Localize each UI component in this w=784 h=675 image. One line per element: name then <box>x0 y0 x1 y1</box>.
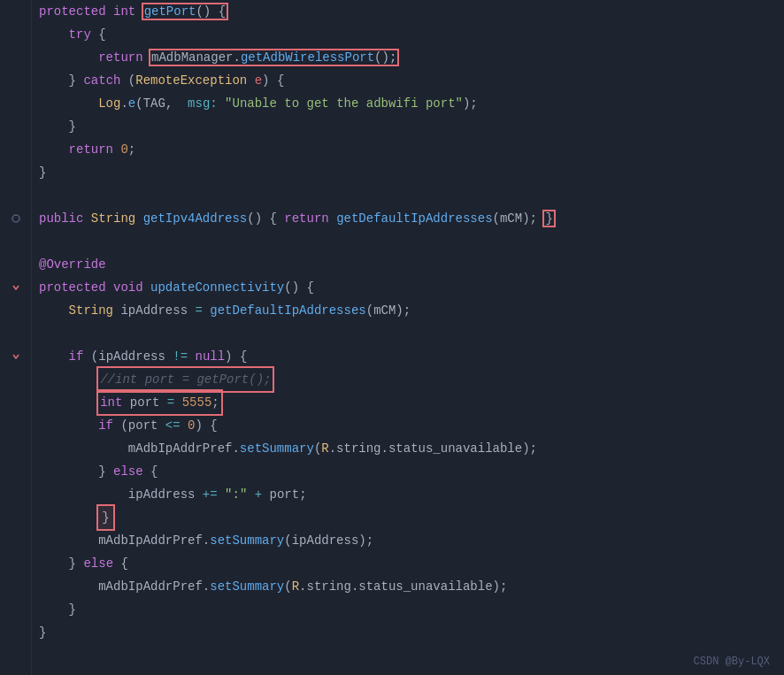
gutter-icon-11 <box>0 230 32 253</box>
gutter <box>0 0 32 675</box>
gutter-icon-1 <box>0 0 32 23</box>
gutter-icon-20 <box>0 437 32 460</box>
code-line-22: ipAddress += ":" + port; <box>32 483 784 506</box>
code-line-20: mAdbIpAddrPref.setSummary(R.string.statu… <box>32 437 784 460</box>
gutter-icon-24 <box>0 529 32 552</box>
code-line-10: public String getIpv4Address() { return … <box>32 207 784 230</box>
line-content-9 <box>32 184 784 207</box>
line-content-28: } <box>32 621 784 644</box>
line-content-14: String ipAddress = getDefaultIpAddresses… <box>32 299 784 322</box>
code-line-11 <box>32 230 784 253</box>
gutter-icon-16 <box>0 345 32 368</box>
code-container: protected int getPort() { try { return m… <box>0 0 784 675</box>
line-content-6: } <box>32 115 784 138</box>
line-content-8: } <box>32 161 784 184</box>
code-line-21: } else { <box>32 460 784 483</box>
gutter-icon-22 <box>0 483 32 506</box>
line-content-3: return mAdbManager.getAdbWirelessPort(); <box>32 46 784 69</box>
gutter-icon-17 <box>0 368 32 391</box>
code-line-23: } <box>32 506 784 529</box>
gutter-icon-10 <box>0 207 32 230</box>
code-line-27: } <box>32 598 784 621</box>
code-line-25: } else { <box>32 552 784 575</box>
line-content-19: if (port <= 0) { <box>32 414 784 437</box>
line-content-18: int port = 5555; <box>32 391 784 414</box>
gutter-icon-7 <box>0 138 32 161</box>
gutter-icon-23 <box>0 506 32 529</box>
watermark: CSDN @By-LQX <box>694 656 770 668</box>
gutter-icon-28 <box>0 621 32 644</box>
gutter-icon-26 <box>0 575 32 598</box>
code-line-9 <box>32 184 784 207</box>
line-content-15 <box>32 322 784 345</box>
gutter-icon-21 <box>0 460 32 483</box>
code-line-7: return 0; <box>32 138 784 161</box>
line-content-24: mAdbIpAddrPref.setSummary(ipAddress); <box>32 529 784 552</box>
code-area: protected int getPort() { try { return m… <box>32 0 784 675</box>
line-content-13: protected void updateConnectivity() { <box>32 276 784 299</box>
gutter-icon-9 <box>0 184 32 207</box>
gutter-icon-8 <box>0 161 32 184</box>
line-content-26: mAdbIpAddrPref.setSummary(R.string.statu… <box>32 575 784 598</box>
gutter-icon-18 <box>0 391 32 414</box>
gutter-icon-2 <box>0 23 32 46</box>
code-line-28: } <box>32 621 784 644</box>
gutter-icon-14 <box>0 299 32 322</box>
line-content-1: protected int getPort() { <box>32 0 784 23</box>
line-content-17: //int port = getPort(); <box>32 368 784 391</box>
line-content-7: return 0; <box>32 138 784 161</box>
line-content-2: try { <box>32 23 784 46</box>
code-line-6: } <box>32 115 784 138</box>
code-line-8: } <box>32 161 784 184</box>
code-line-5: Log.e(TAG, msg: "Unable to get the adbwi… <box>32 92 784 115</box>
code-line-12: @Override <box>32 253 784 276</box>
svg-point-0 <box>12 215 19 222</box>
line-content-4: } catch (RemoteException e) { <box>32 69 784 92</box>
code-line-24: mAdbIpAddrPref.setSummary(ipAddress); <box>32 529 784 552</box>
code-line-15 <box>32 322 784 345</box>
line-content-25: } else { <box>32 552 784 575</box>
code-line-17: //int port = getPort(); <box>32 368 784 391</box>
line-content-22: ipAddress += ":" + port; <box>32 483 784 506</box>
gutter-icon-12 <box>0 253 32 276</box>
line-content-20: mAdbIpAddrPref.setSummary(R.string.statu… <box>32 437 784 460</box>
line-content-5: Log.e(TAG, msg: "Unable to get the adbwi… <box>32 92 784 115</box>
code-line-19: if (port <= 0) { <box>32 414 784 437</box>
gutter-icon-27 <box>0 598 32 621</box>
line-content-10: public String getIpv4Address() { return … <box>32 207 784 230</box>
gutter-icon-3 <box>0 46 32 69</box>
code-line-16: if (ipAddress != null) { <box>32 345 784 368</box>
code-line-4: } catch (RemoteException e) { <box>32 69 784 92</box>
code-line-14: String ipAddress = getDefaultIpAddresses… <box>32 299 784 322</box>
gutter-icon-6 <box>0 115 32 138</box>
line-content-16: if (ipAddress != null) { <box>32 345 784 368</box>
gutter-icon-4 <box>0 69 32 92</box>
line-content-11 <box>32 230 784 253</box>
line-content-12: @Override <box>32 253 784 276</box>
line-content-27: } <box>32 598 784 621</box>
code-line-1: protected int getPort() { <box>32 0 784 23</box>
code-line-3: return mAdbManager.getAdbWirelessPort(); <box>32 46 784 69</box>
code-line-2: try { <box>32 23 784 46</box>
gutter-icon-25 <box>0 552 32 575</box>
gutter-icon-19 <box>0 414 32 437</box>
gutter-icon-15 <box>0 322 32 345</box>
code-line-26: mAdbIpAddrPref.setSummary(R.string.statu… <box>32 575 784 598</box>
gutter-icon-13 <box>0 276 32 299</box>
code-line-18: int port = 5555; <box>32 391 784 414</box>
gutter-icon-5 <box>0 92 32 115</box>
line-content-23: } <box>32 506 784 529</box>
code-line-13: protected void updateConnectivity() { <box>32 276 784 299</box>
line-content-21: } else { <box>32 460 784 483</box>
